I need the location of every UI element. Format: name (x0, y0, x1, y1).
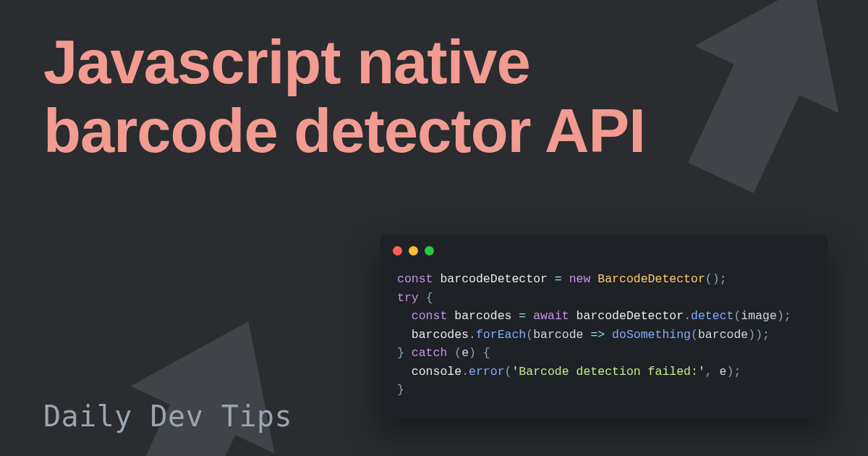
page-title: Javascript native barcode detector API (43, 28, 645, 165)
window-minimize-dot (409, 246, 418, 256)
window-close-dot (393, 246, 402, 256)
code-content: const barcodeDetector = new BarcodeDetec… (380, 261, 828, 418)
footer-brand: Daily Dev Tips (43, 400, 292, 433)
code-snippet-window: const barcodeDetector = new BarcodeDetec… (380, 235, 828, 418)
title-line-1: Javascript native (43, 28, 530, 96)
window-controls (380, 235, 828, 261)
title-line-2: barcode detector API (43, 96, 645, 165)
window-maximize-dot (425, 246, 434, 256)
